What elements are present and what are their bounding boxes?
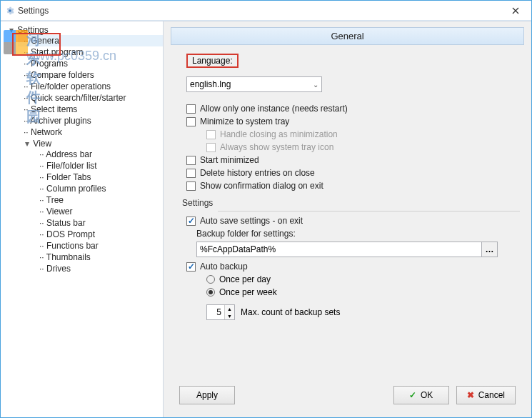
cancel-button[interactable]: ✖ Cancel xyxy=(456,386,516,404)
radio-icon xyxy=(206,275,215,284)
tree-item-archiver-plugins[interactable]: ·· Archiver plugins xyxy=(18,115,163,126)
tree-item-column-profiles[interactable]: ·· Column profiles xyxy=(34,183,163,194)
checkbox-icon xyxy=(206,143,216,152)
tree-item-select-items[interactable]: ·· Select items xyxy=(18,104,163,115)
max-count-value: 5 xyxy=(207,305,224,319)
checkbox-icon xyxy=(186,169,196,178)
language-value: english.lng xyxy=(190,79,231,89)
max-count-label: Max. count of backup sets xyxy=(241,307,340,317)
chevron-down-icon: ⌄ xyxy=(313,81,318,89)
checkbox-confirm-exit[interactable]: Show confirmation dialog on exit xyxy=(186,181,520,191)
tree-item-folder-tabs[interactable]: ·· Folder Tabs xyxy=(34,171,163,183)
panel-title: General xyxy=(171,27,524,45)
tree-item-programs[interactable]: ·· Programs xyxy=(18,58,163,69)
spinner-down-button[interactable]: ▼ xyxy=(225,312,234,319)
tree-item-general[interactable]: ·· General xyxy=(18,35,163,46)
checkbox-one-instance[interactable]: Allow only one instance (needs restart) xyxy=(186,104,520,114)
checkbox-minimize-tray[interactable]: Minimize to system tray xyxy=(186,116,520,126)
checkbox-icon: ✓ xyxy=(186,262,196,272)
x-icon: ✖ xyxy=(467,390,474,400)
tree-item-start-program[interactable]: ·· Start program xyxy=(18,46,163,58)
checkbox-autosave[interactable]: ✓ Auto save settings - on exit xyxy=(186,216,520,226)
settings-group-label: Settings xyxy=(182,198,520,208)
language-label: Language: xyxy=(191,56,234,66)
checkbox-delete-history[interactable]: Delete history entries on close xyxy=(186,168,520,178)
settings-icon xyxy=(5,6,15,16)
spinner-up-button[interactable]: ▲ xyxy=(225,305,234,312)
tree-item-network[interactable]: ·· Network xyxy=(18,126,163,138)
tree-item-file-folder-list[interactable]: ·· File/folder list xyxy=(34,160,163,171)
tree-item-address-bar[interactable]: ·· Address bar xyxy=(34,149,163,160)
checkbox-icon xyxy=(186,156,196,165)
radio-once-per-day[interactable]: Once per day xyxy=(206,274,520,284)
close-button[interactable] xyxy=(500,1,531,21)
ok-button[interactable]: ✓ OK xyxy=(393,386,449,404)
checkbox-autobackup[interactable]: ✓ Auto backup xyxy=(186,262,520,272)
language-select[interactable]: english.lng ⌄ xyxy=(186,76,322,92)
tree-item-file-folder-ops[interactable]: ·· File/folder operations xyxy=(18,81,163,92)
radio-icon xyxy=(206,288,215,297)
tree-item-tree[interactable]: ·· Tree xyxy=(34,194,163,206)
panel-general: General Language: english.lng ⌄ Allow on… xyxy=(164,21,531,417)
backup-folder-input[interactable]: %FcAppDataPath% xyxy=(196,242,482,257)
checkbox-start-minimized[interactable]: Start minimized xyxy=(186,155,520,165)
tree-item-view[interactable]: ▾ View ·· Address bar ·· File/folder lis… xyxy=(18,138,163,275)
apply-button[interactable]: Apply xyxy=(179,386,235,404)
tree-item-status-bar[interactable]: ·· Status bar xyxy=(34,217,163,229)
settings-tree[interactable]: 河东软件园 www.pc0359.cn ▾ Settings ·· Genera… xyxy=(1,21,164,417)
radio-once-per-week[interactable]: Once per week xyxy=(206,287,520,297)
tree-item-quick-search[interactable]: ·· Quick search/filter/starter xyxy=(18,92,163,104)
tree-item-compare-folders[interactable]: ·· Compare folders xyxy=(18,69,163,81)
checkbox-handle-closing: Handle closing as minimization xyxy=(206,129,520,139)
max-count-stepper[interactable]: 5 ▲ ▼ xyxy=(206,304,235,320)
tree-item-drives[interactable]: ·· Drives xyxy=(34,263,163,274)
checkbox-icon: ✓ xyxy=(186,217,196,226)
checkbox-icon xyxy=(186,181,196,191)
tree-root-settings[interactable]: ▾ Settings ·· General ·· Start program ·… xyxy=(2,24,163,276)
dialog-footer: Apply ✓ OK ✖ Cancel xyxy=(171,380,524,412)
chevron-down-icon: ▾ xyxy=(8,25,15,35)
tree-item-thumbnails[interactable]: ·· Thumbnails xyxy=(34,252,163,263)
tree-item-functions-bar[interactable]: ·· Functions bar xyxy=(34,240,163,252)
highlight-box-language: Language: xyxy=(186,54,239,68)
chevron-down-icon: ▾ xyxy=(24,139,31,149)
browse-button[interactable]: … xyxy=(482,242,498,257)
window-title: Settings xyxy=(18,6,49,16)
close-icon xyxy=(512,7,519,14)
checkbox-icon xyxy=(206,130,216,139)
tree-item-dos-prompt[interactable]: ·· DOS Prompt xyxy=(34,229,163,240)
checkbox-icon xyxy=(186,104,196,114)
titlebar: Settings xyxy=(1,1,531,21)
tree-item-viewer[interactable]: ·· Viewer xyxy=(34,206,163,217)
ellipsis-icon: … xyxy=(486,244,494,254)
backup-folder-label: Backup folder for settings: xyxy=(196,229,520,239)
divider xyxy=(218,211,520,212)
checkbox-icon xyxy=(186,117,196,126)
check-icon: ✓ xyxy=(409,390,416,400)
checkbox-always-tray-icon: Always show system tray icon xyxy=(206,142,520,152)
